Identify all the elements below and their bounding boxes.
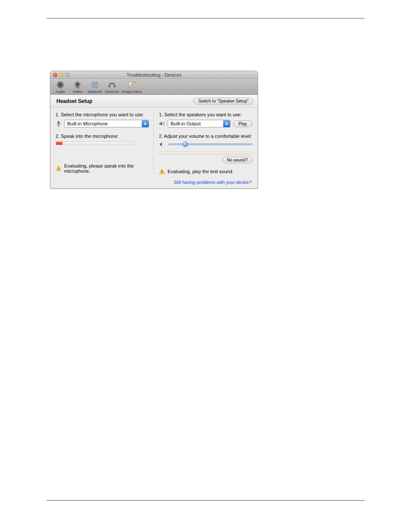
warning-icon: [159, 168, 165, 174]
svg-rect-4: [76, 87, 79, 88]
speaker-select[interactable]: Built-in Output: [168, 120, 230, 128]
switch-to-speaker-setup-button[interactable]: Switch to "Speaker Setup": [193, 98, 253, 104]
volume-icon: [159, 141, 165, 147]
toolbar-item-audio[interactable]: Audio: [52, 80, 68, 94]
svg-marker-17: [159, 121, 162, 126]
microphone-select-value: Built-in Microphone: [65, 121, 142, 126]
webcam-icon: [73, 80, 82, 90]
page-divider-bottom: [47, 500, 364, 501]
warning-icon: [56, 165, 62, 171]
globe-icon: [90, 80, 100, 90]
svg-point-21: [162, 172, 162, 173]
spk-status-text: Evaluating, play the test sound.: [168, 169, 234, 174]
toolbar-item-diagnostics[interactable]: Diagnostics: [121, 80, 143, 94]
svg-point-5: [91, 81, 98, 88]
mic-level-meter: [56, 141, 135, 145]
mic-step1-label: 1. Select the microphone you want to use…: [56, 112, 149, 117]
play-button[interactable]: Play: [233, 121, 252, 127]
microphone-column: 1. Select the microphone you want to use…: [56, 112, 154, 174]
window-titlebar: Troubleshooting - Devices: [50, 71, 258, 79]
speaker-icon: [56, 80, 65, 90]
toolbar-label: Audio: [55, 90, 65, 94]
mic-level-fill: [56, 142, 62, 145]
toolbar-label: Devices: [105, 90, 119, 94]
speaker-output-icon: [159, 121, 165, 127]
headset-setup-heading: Headset Setup: [56, 98, 92, 104]
spk-step1-label: 1. Select the speakers you want to use:: [159, 112, 252, 117]
speaker-select-value: Built-in Output: [168, 121, 223, 126]
toolbar-item-network[interactable]: Network: [87, 80, 103, 94]
toolbar-item-video[interactable]: Video: [69, 80, 86, 94]
troubleshooting-window: Troubleshooting - Devices Audio Video Ne…: [50, 71, 258, 189]
toolbar: Audio Video Network Devices Diagnostics: [50, 79, 258, 95]
no-sound-button[interactable]: No sound?: [222, 157, 252, 163]
volume-slider[interactable]: [168, 141, 252, 147]
mic-status-text: Evaluating, please speak into the microp…: [64, 163, 149, 174]
diagnostics-icon: [127, 80, 137, 90]
svg-point-1: [59, 83, 62, 87]
select-arrows-icon: [142, 120, 149, 127]
svg-rect-8: [109, 85, 110, 87]
headset-icon: [107, 80, 117, 90]
toolbar-label: Video: [73, 90, 83, 94]
svg-rect-11: [58, 121, 59, 124]
mic-status-row: Evaluating, please speak into the microp…: [56, 163, 149, 174]
window-title: Troubleshooting - Devices: [50, 72, 258, 78]
toolbar-label: Diagnostics: [122, 90, 142, 94]
mic-step2-label: 2. Speak into the microphone:: [56, 134, 149, 139]
speaker-column: 1. Select the speakers you want to use: …: [154, 112, 252, 174]
microphone-select[interactable]: Built-in Microphone: [64, 120, 149, 128]
microphone-icon: [56, 121, 62, 127]
toolbar-item-devices[interactable]: Devices: [104, 80, 120, 94]
svg-point-3: [76, 83, 79, 86]
still-having-problems-link[interactable]: Still having problems with your device?: [174, 180, 252, 185]
content-header: Headset Setup Switch to "Speaker Setup": [50, 95, 258, 108]
svg-point-16: [58, 169, 59, 170]
select-arrows-icon: [223, 120, 230, 127]
volume-slider-thumb[interactable]: [183, 142, 188, 147]
svg-rect-9: [114, 85, 115, 87]
volume-slider-track: [168, 143, 252, 145]
content-body: 1. Select the microphone you want to use…: [50, 108, 258, 178]
svg-marker-18: [160, 142, 162, 146]
speaker-level-meter: [159, 152, 252, 155]
spk-step2-label: 2. Adjust your volume to a comfortable l…: [159, 134, 252, 139]
toolbar-label: Network: [87, 90, 102, 94]
spk-status-row: Evaluating, play the test sound.: [159, 168, 252, 174]
footer: Still having problems with your device?: [50, 178, 258, 188]
page-divider-top: [47, 18, 364, 19]
